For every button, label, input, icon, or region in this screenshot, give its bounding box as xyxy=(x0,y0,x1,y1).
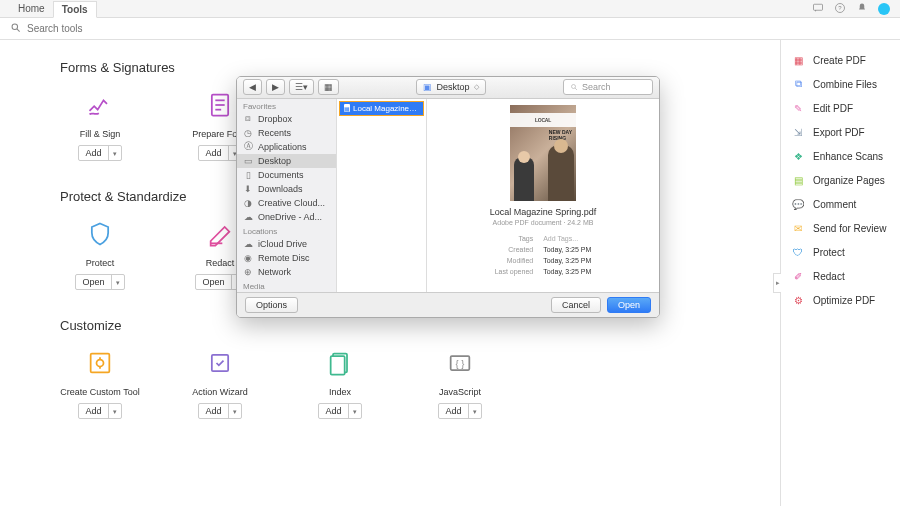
folder-icon: ▭ xyxy=(243,156,253,166)
right-panel-scan[interactable]: ❖Enhance Scans xyxy=(781,144,900,168)
rp-label: Edit PDF xyxy=(813,103,853,114)
nav-back-button[interactable]: ◀ xyxy=(243,79,262,95)
prepare-form-icon xyxy=(202,87,238,123)
sidebar-item[interactable]: ⊕Network xyxy=(237,265,336,279)
file-item-selected[interactable]: ▦ Local Magazine Spring.pdf xyxy=(339,101,424,116)
tab-tools[interactable]: Tools xyxy=(53,1,97,18)
svg-rect-0 xyxy=(814,4,823,10)
tool-action-wizard[interactable]: Action Wizard Add xyxy=(180,345,260,419)
dialog-footer: Options Cancel Open xyxy=(237,292,659,317)
add-button[interactable]: Add xyxy=(78,403,121,419)
tool-javascript[interactable]: { } JavaScript Add xyxy=(420,345,500,419)
right-panel-combine[interactable]: ⧉Combine Files xyxy=(781,72,900,96)
right-panel-redact[interactable]: ✐Redact xyxy=(781,264,900,288)
folder-icon: Ⓐ xyxy=(243,142,253,152)
dialog-file-list: ▦ Local Magazine Spring.pdf xyxy=(337,99,427,292)
right-panel-edit[interactable]: ✎Edit PDF xyxy=(781,96,900,120)
right-panel-optimize[interactable]: ⚙Optimize PDF xyxy=(781,288,900,312)
rp-label: Send for Review xyxy=(813,223,886,234)
right-panel-review[interactable]: ✉Send for Review xyxy=(781,216,900,240)
folder-icon: ⬇ xyxy=(243,184,253,194)
sidebar-header-favorites: Favorites xyxy=(237,99,336,112)
section-title-customize: Customize xyxy=(60,318,720,333)
pdf-file-icon: ▦ xyxy=(344,104,350,112)
sidebar-item[interactable]: ◑Creative Cloud... xyxy=(237,196,336,210)
topbar-status-icons: ? xyxy=(812,2,890,16)
view-mode-button[interactable]: ☰▾ xyxy=(289,79,314,95)
sidebar-item[interactable]: ⒶApplications xyxy=(237,140,336,154)
tool-index[interactable]: Index Add xyxy=(300,345,380,419)
svg-line-20 xyxy=(575,88,577,90)
rp-label: Redact xyxy=(813,271,845,282)
review-icon: ✉ xyxy=(791,221,805,235)
fill-sign-icon xyxy=(82,87,118,123)
open-button[interactable]: Open xyxy=(607,297,651,313)
sidebar-item[interactable]: ⬇Downloads xyxy=(237,182,336,196)
folder-icon: ◷ xyxy=(243,128,253,138)
panel-collapse-toggle[interactable]: ▸ xyxy=(773,273,781,293)
preview-filename: Local Magazine Spring.pdf xyxy=(490,207,597,217)
svg-rect-16 xyxy=(331,356,345,375)
sidebar-item[interactable]: ⧈Dropbox xyxy=(237,112,336,126)
add-button[interactable]: Add xyxy=(198,403,241,419)
group-button[interactable]: ▦ xyxy=(318,79,339,95)
dialog-preview-pane: LOCAL NEW DAY RISING Local Magazine Spri… xyxy=(427,99,659,292)
nav-forward-button[interactable]: ▶ xyxy=(266,79,285,95)
tool-fill-sign[interactable]: Fill & Sign Add xyxy=(60,87,140,161)
location-icon: ◉ xyxy=(243,253,253,263)
tool-protect[interactable]: Protect Open xyxy=(60,216,140,290)
sidebar-item[interactable]: ◉Remote Disc xyxy=(237,251,336,265)
folder-icon: ☁ xyxy=(243,212,253,222)
avatar[interactable] xyxy=(878,3,890,15)
rp-label: Export PDF xyxy=(813,127,865,138)
cancel-button[interactable]: Cancel xyxy=(551,297,601,313)
action-wizard-icon xyxy=(202,345,238,381)
sidebar-item[interactable]: ▯Documents xyxy=(237,168,336,182)
add-button[interactable]: Add xyxy=(318,403,361,419)
sidebar-item[interactable]: ◷Recents xyxy=(237,126,336,140)
rp-label: Protect xyxy=(813,247,845,258)
location-dropdown[interactable]: ▣ Desktop ◇ xyxy=(416,79,485,95)
add-button[interactable]: Add xyxy=(78,145,121,161)
file-open-dialog: ◀ ▶ ☰▾ ▦ ▣ Desktop ◇ Search Favorites ⧈D… xyxy=(236,76,660,318)
search-icon xyxy=(10,22,21,35)
tool-create-custom[interactable]: Create Custom Tool Add xyxy=(60,345,140,419)
options-button[interactable]: Options xyxy=(245,297,298,313)
location-icon: ⊕ xyxy=(243,267,253,277)
svg-text:{ }: { } xyxy=(456,359,465,369)
right-panel-protect[interactable]: 🛡Protect xyxy=(781,240,900,264)
rp-label: Create PDF xyxy=(813,55,866,66)
bell-icon[interactable] xyxy=(856,2,868,16)
dialog-search-input[interactable]: Search xyxy=(563,79,653,95)
sidebar-item[interactable]: ☁iCloud Drive xyxy=(237,237,336,251)
folder-icon: ▣ xyxy=(423,82,432,92)
organize-icon: ▤ xyxy=(791,173,805,187)
protect-icon: 🛡 xyxy=(791,245,805,259)
right-panel-organize[interactable]: ▤Organize Pages xyxy=(781,168,900,192)
add-tags-link[interactable]: Add Tags... xyxy=(539,234,595,243)
location-icon: ☁ xyxy=(243,239,253,249)
right-panel-create[interactable]: ▦Create PDF xyxy=(781,48,900,72)
rp-label: Combine Files xyxy=(813,79,877,90)
folder-icon: ▯ xyxy=(243,170,253,180)
open-button[interactable]: Open xyxy=(75,274,124,290)
tab-home[interactable]: Home xyxy=(10,1,53,16)
index-icon xyxy=(322,345,358,381)
sidebar-item[interactable]: ☁OneDrive - Ad... xyxy=(237,210,336,224)
section-title-forms: Forms & Signatures xyxy=(60,60,720,75)
add-button[interactable]: Add xyxy=(438,403,481,419)
preview-meta: Adobe PDF document · 24.2 MB xyxy=(493,219,594,226)
svg-point-19 xyxy=(572,85,576,89)
scan-icon: ❖ xyxy=(791,149,805,163)
svg-point-3 xyxy=(12,24,18,30)
custom-tool-icon xyxy=(82,345,118,381)
dialog-toolbar: ◀ ▶ ☰▾ ▦ ▣ Desktop ◇ Search xyxy=(237,77,659,99)
right-panel-export[interactable]: ⇲Export PDF xyxy=(781,120,900,144)
sidebar-item[interactable]: ▭Desktop xyxy=(237,154,336,168)
protect-icon xyxy=(82,216,118,252)
search-input[interactable] xyxy=(27,23,890,34)
help-icon[interactable]: ? xyxy=(834,2,846,16)
chat-icon[interactable] xyxy=(812,2,824,16)
right-panel-comment[interactable]: 💬Comment xyxy=(781,192,900,216)
right-tools-panel: ▸ ▦Create PDF⧉Combine Files✎Edit PDF⇲Exp… xyxy=(780,40,900,506)
